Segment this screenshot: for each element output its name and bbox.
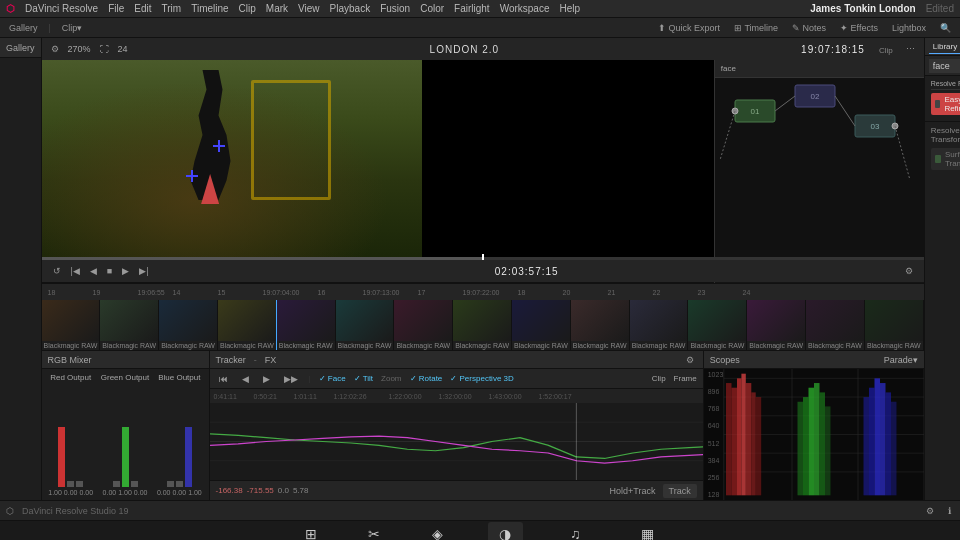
- gallery-content: No stills created: [0, 58, 41, 500]
- menu-mark[interactable]: Mark: [266, 3, 288, 14]
- viewer: ⚙ 270% ⛶ 24 LONDON 2.0 19:07:18:15 Clip …: [42, 38, 924, 283]
- tick-3: 14: [171, 289, 216, 296]
- frame-dropdown-tracker[interactable]: Frame: [674, 374, 697, 383]
- tracker-prev-btn[interactable]: ◀: [239, 373, 252, 385]
- menu-color[interactable]: Color: [420, 3, 444, 14]
- menu-fairlight[interactable]: Fairlight: [454, 3, 490, 14]
- tracker-settings-btn[interactable]: ⚙: [683, 354, 697, 366]
- menu-file[interactable]: File: [108, 3, 124, 14]
- prev-frame-btn[interactable]: |◀: [68, 265, 83, 277]
- menu-clip[interactable]: Clip: [239, 3, 256, 14]
- clip-dropdown[interactable]: Clip▾: [59, 22, 86, 34]
- search-btn[interactable]: 🔍: [937, 22, 954, 34]
- timeline-clip-11[interactable]: Blackmagic RAW: [688, 300, 747, 350]
- timeline-clip-5[interactable]: Blackmagic RAW: [336, 300, 395, 350]
- tracker-timescale: 0:41:11 0:50:21 1:01:11 1:12:02:26 1:22:…: [210, 389, 703, 403]
- blue-channel: Blue Output: [154, 373, 204, 496]
- timeline-clip-12[interactable]: Blackmagic RAW: [747, 300, 806, 350]
- nav-cut[interactable]: ✂ Cut: [359, 522, 387, 540]
- face-option[interactable]: ✓ Face: [319, 374, 346, 383]
- svg-rect-38: [825, 406, 831, 495]
- svg-rect-41: [874, 378, 880, 495]
- track-btn[interactable]: Track: [663, 484, 697, 498]
- svg-text:03: 03: [870, 122, 879, 131]
- nav-media[interactable]: ⊞ Media: [292, 522, 330, 540]
- menu-davinci[interactable]: DaVinci Resolve: [25, 3, 98, 14]
- status-info-btn[interactable]: ℹ: [945, 505, 954, 517]
- svg-rect-33: [797, 402, 803, 496]
- timeline-clip-9[interactable]: Blackmagic RAW: [571, 300, 630, 350]
- hold-track-btn[interactable]: Hold+Track: [607, 485, 659, 497]
- green-v1: 0.00: [103, 489, 117, 496]
- menu-playback[interactable]: Playback: [330, 3, 371, 14]
- library-search-input[interactable]: [929, 59, 960, 73]
- clip-dropdown-tracker[interactable]: Clip: [652, 374, 666, 383]
- timeline-clip-1[interactable]: Blackmagic RAW: [100, 300, 159, 350]
- play-reverse-btn[interactable]: ◀: [87, 265, 100, 277]
- nav-fusion[interactable]: ◈ Fusion: [418, 522, 458, 540]
- menu-workspace[interactable]: Workspace: [500, 3, 550, 14]
- blue-v2: 0.00: [173, 489, 187, 496]
- surface-tramel-item[interactable]: Surface Tramel: [931, 148, 960, 170]
- next-frame-btn[interactable]: ▶|: [136, 265, 151, 277]
- timeline-btn[interactable]: ⊞ Timeline: [731, 22, 781, 34]
- ts-3: 1:12:02:26: [334, 393, 389, 400]
- menu-fusion[interactable]: Fusion: [380, 3, 410, 14]
- tracker-back-btn[interactable]: ⏮: [216, 373, 231, 385]
- green-v3: 0.00: [134, 489, 148, 496]
- nav-color[interactable]: ◑ Color: [488, 522, 523, 540]
- nav-fairlight[interactable]: ♫ Fairlight: [553, 522, 597, 540]
- bottom-panels: RGB Mixer Red Output: [42, 351, 924, 500]
- menu-edit[interactable]: Edit: [134, 3, 151, 14]
- stop-btn[interactable]: ■: [104, 265, 115, 277]
- tracker-play-btn[interactable]: ▶: [260, 373, 273, 385]
- easy-refinement-btn[interactable]: Easy Refinement: [931, 93, 960, 115]
- lightbox-btn[interactable]: Lightbox: [889, 22, 929, 34]
- timecode-display: 19:07:18:15: [801, 44, 865, 55]
- viewer-expand-btn[interactable]: ⛶: [97, 43, 112, 55]
- timeline-clip-13[interactable]: Blackmagic RAW: [806, 300, 865, 350]
- perspective-option[interactable]: ✓ Perspective 3D: [450, 374, 513, 383]
- viewer-opts-btn[interactable]: ⚙: [902, 265, 916, 277]
- timeline-clip-8[interactable]: Blackmagic RAW: [512, 300, 571, 350]
- menu-view[interactable]: View: [298, 3, 320, 14]
- timeline-clip-0[interactable]: Blackmagic RAW: [42, 300, 101, 350]
- loop-btn[interactable]: ↺: [50, 265, 64, 277]
- library-search-bar: [925, 56, 960, 76]
- timeline-clip-7[interactable]: Blackmagic RAW: [453, 300, 512, 350]
- nav-deliver[interactable]: ▦ Deliver: [627, 522, 668, 540]
- timeline-clip-3[interactable]: Blackmagic RAW: [218, 300, 277, 350]
- gallery-btn[interactable]: Gallery: [6, 22, 41, 34]
- effects-btn[interactable]: ✦ Effects: [837, 22, 881, 34]
- library-tab[interactable]: Library: [929, 40, 960, 54]
- viewer-more-btn[interactable]: ⋯: [903, 43, 918, 55]
- tracker-next-btn[interactable]: ▶▶: [281, 373, 301, 385]
- red-label: Red Output: [50, 373, 91, 382]
- notes-btn[interactable]: ✎ Notes: [789, 22, 829, 34]
- svg-line-7: [835, 96, 855, 126]
- menu-help[interactable]: Help: [559, 3, 580, 14]
- zoom-option[interactable]: Zoom: [381, 374, 401, 383]
- tilt-option[interactable]: ✓ Tilt: [354, 374, 373, 383]
- timeline-clip-10[interactable]: Blackmagic RAW: [630, 300, 689, 350]
- green-bars: [113, 384, 138, 487]
- play-btn[interactable]: ▶: [119, 265, 132, 277]
- timeline-clip-6[interactable]: Blackmagic RAW: [394, 300, 453, 350]
- menu-timeline[interactable]: Timeline: [191, 3, 228, 14]
- blue-b-bar: [185, 427, 192, 487]
- rotate-option[interactable]: ✓ Rotate: [410, 374, 443, 383]
- blue-g-bar: [176, 481, 183, 487]
- menu-trim[interactable]: Trim: [162, 3, 182, 14]
- viewer-settings-btn[interactable]: ⚙: [48, 43, 62, 55]
- scopes-mode[interactable]: Parade▾: [884, 355, 918, 365]
- ts-4: 1:22:00:00: [389, 393, 439, 400]
- green-g-bar: [122, 427, 129, 487]
- quick-export-btn[interactable]: ⬆ Quick Export: [655, 22, 723, 34]
- status-settings-btn[interactable]: ⚙: [923, 505, 937, 517]
- svg-line-11: [720, 111, 735, 160]
- timeline-clip-14[interactable]: Blackmagic RAW: [865, 300, 924, 350]
- tracker-graph-svg: [210, 403, 703, 480]
- tracker-header: Tracker - FX ⚙: [210, 351, 703, 369]
- timeline-clip-2[interactable]: Blackmagic RAW: [159, 300, 218, 350]
- timeline-clip-4[interactable]: Blackmagic RAW: [277, 300, 336, 350]
